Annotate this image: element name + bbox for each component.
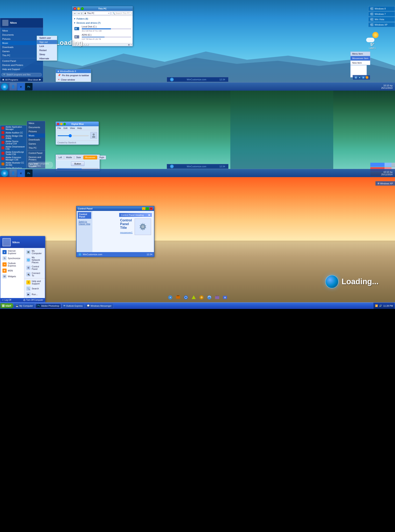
tray-icon-3[interactable] (183, 294, 189, 300)
app-photoshop[interactable]: Adobe Photoshop CS6 (64 Bit) (0, 167, 27, 168)
tab-left[interactable]: Left (57, 155, 64, 159)
shutdown-arrow[interactable]: ▶ (39, 78, 41, 81)
db-menu-help[interactable]: Help (77, 127, 82, 129)
dropdown-arrow[interactable]: ▾ (108, 12, 109, 14)
taskbar-icon-ps[interactable]: Ps (25, 83, 33, 90)
taskbar-icon-ps-2[interactable]: Ps (25, 170, 33, 177)
taskbar-app-mycomputer[interactable]: 💻 My Computer (14, 303, 35, 308)
all-programs-link[interactable]: ◉ All Programs (2, 78, 18, 81)
xp-help[interactable]: ? Help and Support (24, 279, 45, 286)
xp-search[interactable]: 🔍 Search (24, 286, 45, 291)
taskbar-icon-user[interactable]: 👤 (10, 83, 17, 90)
taskbar-app-photoshop[interactable]: Ps Adobe Photoshop (35, 303, 61, 308)
right-menu-music[interactable]: Music (27, 133, 45, 138)
right-menu-games[interactable]: Games (27, 142, 45, 146)
start-button-2[interactable]: ⊞ (1, 170, 8, 177)
ctx-lock[interactable]: Lock (37, 44, 57, 48)
back-button[interactable]: ← (73, 12, 76, 15)
logoff-button[interactable]: ↩ Log Off (2, 299, 11, 301)
tray-icon-6[interactable] (206, 294, 212, 300)
right-menu-devices[interactable]: Devices and Printers (27, 155, 45, 162)
xp-menu-ie[interactable]: e Internet Explorer (0, 249, 24, 255)
tray-icon-1[interactable]: ✦ (167, 294, 173, 300)
xp-run[interactable]: ▶ Run... (24, 291, 45, 297)
xp-my-computer[interactable]: 💻 My Computer (24, 249, 45, 255)
start-button-1[interactable]: ⊞ (1, 83, 8, 90)
taskbar-app-outlook[interactable]: ✉ Outlook Express (61, 303, 85, 308)
window-min-dot[interactable] (77, 7, 80, 10)
menu-item-nikos[interactable]: Nikos (0, 29, 43, 33)
app-extendscript[interactable]: Adobe ExtendScript Toolkit CS6 (0, 150, 27, 156)
cp-switch-view[interactable]: Switch to Classic View (78, 220, 91, 226)
window-max-dot[interactable] (81, 7, 84, 10)
collapse-icon[interactable]: ▼ (73, 17, 76, 20)
xp-network-places[interactable]: 🌐 My Network Places (24, 255, 45, 265)
list-view-icon[interactable]: ≡ (131, 44, 132, 46)
ctx-restart[interactable]: Restart (37, 48, 57, 52)
shutdown-button[interactable]: Shut down (28, 78, 38, 81)
xp-menu-outlook[interactable]: ✉ Outlook Express (0, 261, 24, 268)
taskbar-icon-user-2[interactable]: 👤 (10, 170, 17, 177)
right-menu-pictures[interactable]: Pictures (27, 129, 45, 133)
collapse-drives-icon[interactable]: ▼ (73, 22, 76, 24)
taskbar-icon-ie[interactable]: e (17, 83, 25, 90)
cp-min-btn[interactable]: _ (142, 207, 145, 210)
app-device-central[interactable]: Adobe Device Central CS4 (0, 140, 27, 145)
taskbar-icon-ie-2[interactable]: e (17, 170, 25, 177)
right-menu-downloads[interactable]: Downloads (27, 138, 45, 142)
grid-view-icon[interactable]: ▦ (128, 44, 130, 46)
win8-btn-win8[interactable]: ▪ Windows 8 (368, 6, 395, 11)
tray-icon-2[interactable] (175, 294, 181, 300)
ctx-sleep[interactable]: Sleep (37, 52, 57, 56)
demo-button[interactable]: Button (71, 161, 85, 166)
taskbar-app-messenger[interactable]: 💬 Windows Messenger (85, 303, 113, 308)
cp-max-btn[interactable]: □ (146, 207, 149, 210)
up-button[interactable]: ↑ (81, 12, 82, 15)
search-box[interactable]: 🔍 Search This PC (111, 12, 131, 15)
wb-close-item[interactable]: ✕ Close window (56, 78, 91, 82)
win8-btn-xp[interactable]: ▪ Windows XP (368, 22, 395, 27)
tray-icon-7[interactable] (214, 294, 220, 300)
app-bridge[interactable]: Adobe Bridge CS6 (64bit) (0, 134, 27, 140)
start-search-bar[interactable]: 🔍 Search programs and files (1, 73, 42, 76)
right-menu-nikos[interactable]: Nikos (27, 121, 45, 125)
db-menu-view[interactable]: View (70, 127, 75, 129)
app-adobe-mgr[interactable]: Adobe Application Manager (0, 125, 27, 131)
db-close-btn[interactable] (57, 123, 59, 125)
app-illustrator[interactable]: Adobe Illustrator CC (64 Bit) (0, 161, 27, 167)
tab-state[interactable]: State (74, 155, 83, 159)
cp-section-arrow[interactable]: ▶ (149, 214, 150, 216)
ctx-hibernate[interactable]: Hibernate (37, 56, 57, 61)
cp-close-btn[interactable]: ✕ (149, 207, 153, 210)
ctx-switch-user[interactable]: Switch user (37, 36, 57, 40)
tray-icon-5[interactable]: ⚙ (199, 294, 204, 300)
db-max-btn[interactable] (63, 123, 66, 125)
db-min-btn[interactable] (60, 123, 63, 125)
tab-mouseover[interactable]: Mouseover (83, 155, 97, 159)
xp-menu-msn[interactable]: M MSN (0, 268, 24, 273)
xp-connect-to[interactable]: 🔌 Connect To (24, 271, 45, 278)
app-extension-mgr[interactable]: Adobe Extension Manager CS6 (0, 156, 27, 161)
app-audition[interactable]: Adobe Audition CC (0, 131, 27, 134)
turnoff-button[interactable]: ⏻ Turn Off Computer (23, 299, 43, 301)
db-menu-edit[interactable]: Edit (64, 127, 67, 129)
tab-right[interactable]: Right (98, 155, 106, 159)
right-menu-control[interactable]: Control Panel (27, 151, 45, 155)
xp-menu-widgets[interactable]: W Widgets (0, 273, 24, 279)
cp-link[interactable]: mouseover1 (120, 231, 132, 234)
forward-button[interactable]: → (77, 12, 80, 15)
menu-item-help[interactable]: Help and Support (0, 67, 43, 71)
db-slider[interactable] (57, 135, 89, 136)
win8-btn-vista[interactable]: ▪ Win Vista (368, 17, 395, 22)
right-menu-documents[interactable]: Documents (27, 125, 45, 129)
ctx-sign-out[interactable]: Sign out (37, 40, 57, 44)
tray-icon-8[interactable]: 🖥 (222, 294, 228, 300)
win8-btn-win7[interactable]: ▪ Windows 7 (368, 11, 395, 17)
right-menu-thispc[interactable]: This PC (27, 146, 45, 150)
wb-pin-item[interactable]: 📌 Pin this program to taskbar (56, 73, 91, 78)
local-disk-row[interactable]: Local Disk (C:) 30,4 GB free of 74,1 GB (73, 24, 131, 33)
app-dreamweaver[interactable]: Adobe Dreamweaver CS6 (0, 145, 27, 150)
xp-control-panel[interactable]: ⚙ Control Panel (24, 265, 45, 271)
tray-icon-4[interactable] (191, 294, 197, 300)
xp-menu-sync[interactable]: ↻ Synchronize (0, 255, 24, 261)
